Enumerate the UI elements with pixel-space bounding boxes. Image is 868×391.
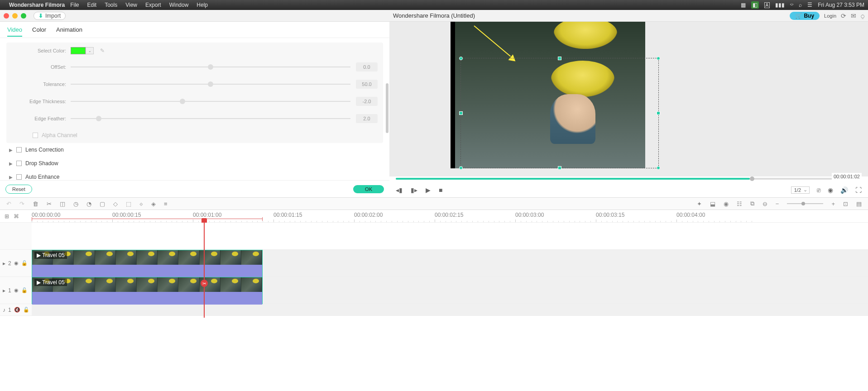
split-icon[interactable]: ✂ (47, 200, 52, 207)
edge-thickness-value[interactable]: -2.0 (356, 97, 378, 106)
undo-icon[interactable]: ↶ (6, 200, 11, 207)
group-icon[interactable]: ⧉ (750, 200, 754, 207)
render-icon[interactable]: ✦ (697, 200, 702, 207)
clip[interactable]: ▶Travel 05 (32, 250, 263, 277)
next-frame-button[interactable]: ▮▸ (411, 186, 417, 194)
status-icon[interactable]: ◧ (751, 1, 759, 9)
record-icon[interactable]: ◉ (724, 200, 729, 207)
auto-enhance-checkbox[interactable] (16, 174, 22, 180)
menu-file[interactable]: File (70, 2, 79, 8)
edge-feather-value[interactable]: 2.0 (356, 114, 378, 123)
menu-export[interactable]: Export (145, 2, 161, 8)
mixer-icon[interactable]: ☷ (737, 200, 742, 207)
reset-button[interactable]: Reset (5, 185, 32, 194)
tab-animation[interactable]: Animation (56, 26, 82, 37)
edge-thickness-slider[interactable] (71, 98, 350, 105)
close-window-button[interactable] (4, 13, 9, 19)
resize-handle[interactable] (657, 111, 660, 115)
drop-shadow-section[interactable]: ▶ Drop Shadow (6, 157, 383, 170)
preview-ratio-select[interactable]: 1/2 (791, 186, 810, 194)
status-icon[interactable]: ▦ (741, 2, 746, 8)
drop-shadow-checkbox[interactable] (16, 161, 22, 166)
time-ruler[interactable]: 00:00:00:0000:00:00:1500:00:01:0000:00:0… (32, 210, 868, 222)
refresh-icon[interactable]: ⟳ (841, 12, 846, 19)
detect-icon[interactable]: ⬚ (126, 200, 131, 207)
user-icon[interactable]: ⍜ (861, 12, 864, 19)
link-icon[interactable]: ⌘ (14, 213, 19, 219)
auto-enhance-section[interactable]: ▶ Auto Enhance (6, 170, 383, 180)
tolerance-value[interactable]: 50.0 (356, 80, 378, 89)
greenscreen-icon[interactable]: ▢ (100, 200, 105, 207)
search-icon[interactable]: ⌕ (799, 2, 802, 8)
snapshot-icon[interactable]: ◉ (828, 186, 833, 194)
preview-stage[interactable] (389, 22, 868, 176)
zoom-slider[interactable] (787, 203, 823, 204)
resize-handle[interactable] (558, 57, 561, 60)
resize-handle[interactable] (657, 57, 660, 60)
keyframe-icon[interactable]: ◇ (113, 200, 118, 207)
zoom-fit-icon[interactable]: ⊡ (843, 200, 848, 207)
lock-icon[interactable]: 🔓 (23, 307, 29, 313)
mail-icon[interactable]: ✉ (851, 12, 856, 19)
adjust-icon[interactable]: ≡ (164, 200, 168, 207)
add-track-icon[interactable]: ⊞ (5, 213, 9, 219)
wifi-icon[interactable]: ⌔ (790, 2, 793, 8)
tolerance-slider[interactable] (71, 81, 350, 88)
volume-icon[interactable]: ⟐ (139, 200, 143, 207)
playhead[interactable] (204, 223, 205, 318)
zoom-out-icon[interactable]: − (776, 200, 779, 207)
eyedropper-icon[interactable]: ✎ (100, 48, 105, 54)
stop-button[interactable]: ■ (439, 186, 442, 194)
redo-icon[interactable]: ↷ (19, 200, 24, 207)
resize-handle[interactable] (459, 57, 463, 60)
import-button[interactable]: ⬇ Import (34, 12, 66, 20)
menu-view[interactable]: View (125, 2, 137, 8)
resize-handle[interactable] (657, 166, 660, 170)
maximize-window-button[interactable] (21, 13, 26, 19)
display-icon[interactable]: ⎚ (817, 186, 820, 194)
edge-feather-slider[interactable] (71, 115, 350, 122)
crop-icon[interactable]: ◫ (60, 200, 65, 207)
marker-add-icon[interactable]: ⬓ (710, 200, 715, 207)
resize-handle[interactable] (459, 111, 463, 115)
minimize-window-button[interactable] (12, 13, 18, 19)
scrollbar[interactable] (386, 83, 388, 133)
zoom-in-icon[interactable]: + (831, 200, 835, 207)
delete-icon[interactable]: 🗑 (33, 200, 38, 207)
buy-button[interactable]: 🛒 Buy (790, 12, 820, 20)
battery-icon[interactable]: ▮▮▮ (775, 2, 785, 8)
clip[interactable]: ▶Travel 05 (32, 277, 263, 304)
tab-video[interactable]: Video (7, 26, 22, 37)
lens-checkbox[interactable] (16, 147, 22, 153)
resize-handle[interactable] (459, 166, 463, 170)
status-icon[interactable]: A (764, 2, 770, 8)
preview-progress[interactable]: { } (389, 176, 868, 183)
offset-value[interactable]: 0.0 (356, 62, 378, 72)
fullscreen-icon[interactable]: ⛶ (855, 186, 862, 194)
selection-box[interactable] (460, 58, 659, 168)
mute-icon[interactable]: 🔇 (14, 307, 20, 313)
app-name[interactable]: Wondershare Filmora (9, 2, 65, 8)
resize-handle[interactable] (558, 166, 561, 170)
color-swatch[interactable] (71, 47, 86, 54)
control-center-icon[interactable]: ☰ (807, 2, 812, 8)
speed-icon[interactable]: ◷ (73, 200, 78, 207)
lock-icon[interactable]: 🔓 (21, 287, 28, 293)
lens-correction-section[interactable]: ▶ Lens Correction (6, 143, 383, 157)
visibility-icon[interactable]: ◉ (14, 260, 19, 266)
clock[interactable]: Fri Aug 27 3:53 PM (818, 2, 864, 8)
ungroup-icon[interactable]: ⊖ (762, 200, 767, 207)
login-link[interactable]: Login (824, 13, 836, 19)
ok-button[interactable]: OK (353, 185, 384, 193)
lock-icon[interactable]: 🔓 (21, 260, 28, 266)
marker-icon[interactable]: ◈ (151, 200, 156, 207)
play-button[interactable]: ▶ (426, 186, 431, 194)
prev-frame-button[interactable]: ◂▮ (396, 186, 403, 194)
alpha-checkbox[interactable] (33, 133, 38, 138)
menu-edit[interactable]: Edit (87, 2, 96, 8)
menu-help[interactable]: Help (197, 2, 208, 8)
tab-color[interactable]: Color (32, 26, 46, 37)
timeline-view-icon[interactable]: ▤ (856, 200, 862, 207)
visibility-icon[interactable]: ◉ (14, 287, 19, 293)
color-icon[interactable]: ◔ (86, 200, 91, 207)
